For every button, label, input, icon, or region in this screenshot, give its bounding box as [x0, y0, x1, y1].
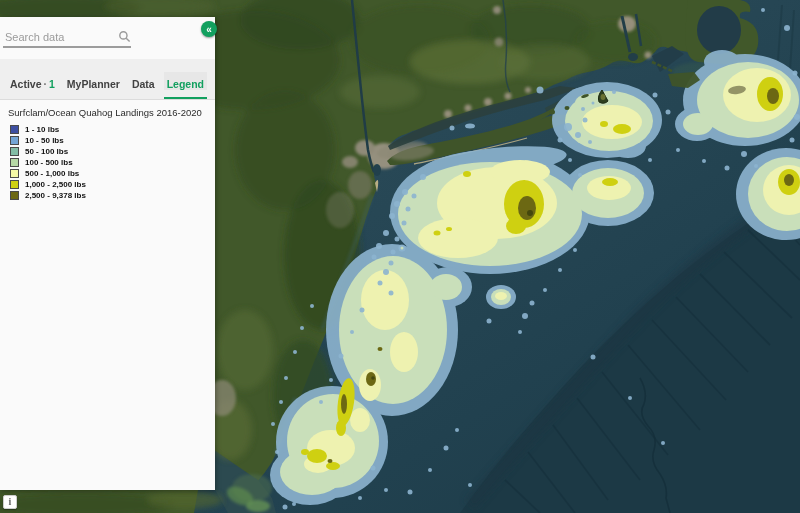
map-info-button[interactable]: i	[3, 495, 17, 509]
legend-panel: Surfclam/Ocean Quahog Landings 2016-2020…	[0, 100, 215, 201]
block-island	[601, 94, 606, 100]
legend-swatch	[10, 136, 19, 145]
legend-swatch	[10, 125, 19, 134]
legend-label: 1,000 - 2,500 lbs	[25, 179, 86, 190]
legend-swatch	[10, 158, 19, 167]
legend-title: Surfclam/Ocean Quahog Landings 2016-2020	[8, 107, 207, 118]
tab-myplanner[interactable]: MyPlanner	[67, 78, 120, 90]
legend-item: 2,500 - 9,378 lbs	[8, 190, 207, 201]
active-count-badge: 1	[49, 78, 55, 90]
search-input[interactable]	[3, 28, 131, 48]
legend-swatch	[10, 191, 19, 200]
legend-item: 500 - 1,000 lbs	[8, 168, 207, 179]
collapse-icon: «	[206, 24, 212, 35]
collapse-sidebar-button[interactable]: «	[201, 21, 217, 37]
legend-item: 100 - 500 lbs	[8, 157, 207, 168]
search-icon	[118, 30, 131, 43]
legend-swatch	[10, 180, 19, 189]
map-app: i « Active·1 MyPlanner Data Legend Surfc…	[0, 0, 800, 513]
legend-swatch	[10, 147, 19, 156]
search-section: «	[0, 17, 215, 56]
legend-item: 10 - 50 lbs	[8, 135, 207, 146]
legend-label: 1 - 10 lbs	[25, 124, 59, 135]
legend-label: 10 - 50 lbs	[25, 135, 64, 146]
legend-item: 50 - 100 lbs	[8, 146, 207, 157]
legend-label: 500 - 1,000 lbs	[25, 168, 79, 179]
legend-label: 2,500 - 9,378 lbs	[25, 190, 86, 201]
legend-item: 1 - 10 lbs	[8, 124, 207, 135]
legend-label: 50 - 100 lbs	[25, 146, 68, 157]
tab-bar: Active·1 MyPlanner Data Legend	[0, 59, 215, 100]
tab-legend[interactable]: Legend	[164, 72, 207, 90]
tab-active[interactable]: Active·1	[10, 78, 55, 90]
legend-list: 1 - 10 lbs 10 - 50 lbs 50 - 100 lbs 100 …	[8, 124, 207, 201]
legend-swatch	[10, 169, 19, 178]
tab-data[interactable]: Data	[132, 78, 155, 90]
legend-item: 1,000 - 2,500 lbs	[8, 179, 207, 190]
legend-label: 100 - 500 lbs	[25, 157, 73, 168]
sidebar: « Active·1 MyPlanner Data Legend Surfcla…	[0, 17, 215, 490]
